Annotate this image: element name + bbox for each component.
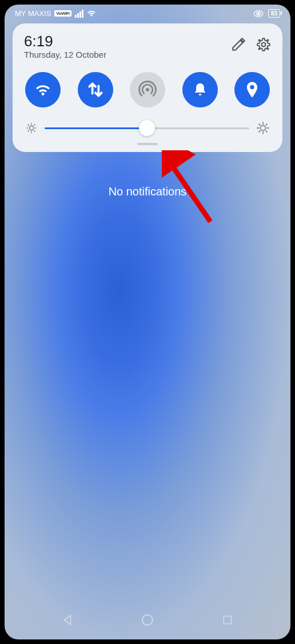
location-icon: [244, 81, 260, 99]
dnd-tile[interactable]: [182, 72, 218, 107]
wifi-tile[interactable]: [25, 72, 61, 107]
hotspot-tile[interactable]: [130, 72, 165, 107]
brightness-low-icon: [25, 122, 38, 134]
bell-icon: [192, 81, 209, 98]
edit-button[interactable]: [231, 37, 246, 52]
vowifi-badge: VoWiFi: [54, 10, 71, 17]
svg-rect-9: [224, 616, 231, 623]
status-bar: MY MAXIS VoWiFi 83: [5, 5, 290, 20]
svg-point-4: [29, 126, 33, 130]
svg-point-5: [261, 126, 266, 131]
home-button[interactable]: [134, 606, 161, 634]
mobile-data-tile[interactable]: [78, 72, 113, 107]
back-button[interactable]: [54, 606, 81, 634]
data-arrows-icon: [86, 81, 105, 99]
eye-icon: [253, 10, 264, 17]
brightness-slider[interactable]: [45, 127, 249, 129]
battery-indicator: 83: [268, 9, 280, 18]
quick-settings-panel: 6:19 Thursday, 12 October: [13, 23, 282, 152]
svg-point-0: [257, 13, 260, 15]
brightness-high-icon: [256, 121, 270, 135]
panel-date: Thursday, 12 October: [24, 50, 231, 59]
location-tile[interactable]: [234, 72, 270, 107]
panel-time: 6:19: [24, 34, 231, 49]
svg-point-1: [262, 43, 266, 47]
wifi-icon: [33, 80, 53, 99]
no-notifications-label: No notifications: [5, 185, 290, 198]
svg-point-3: [250, 85, 254, 89]
navigation-bar: [5, 606, 290, 634]
svg-point-8: [142, 615, 153, 625]
hotspot-icon: [138, 80, 157, 99]
svg-point-2: [146, 88, 149, 91]
wifi-icon: [87, 10, 96, 17]
recents-button[interactable]: [214, 606, 241, 634]
signal-icon: [75, 10, 83, 18]
expand-handle[interactable]: [137, 143, 158, 145]
brightness-thumb[interactable]: [139, 120, 155, 136]
carrier-label: MY MAXIS: [15, 9, 51, 18]
settings-button[interactable]: [256, 37, 271, 52]
